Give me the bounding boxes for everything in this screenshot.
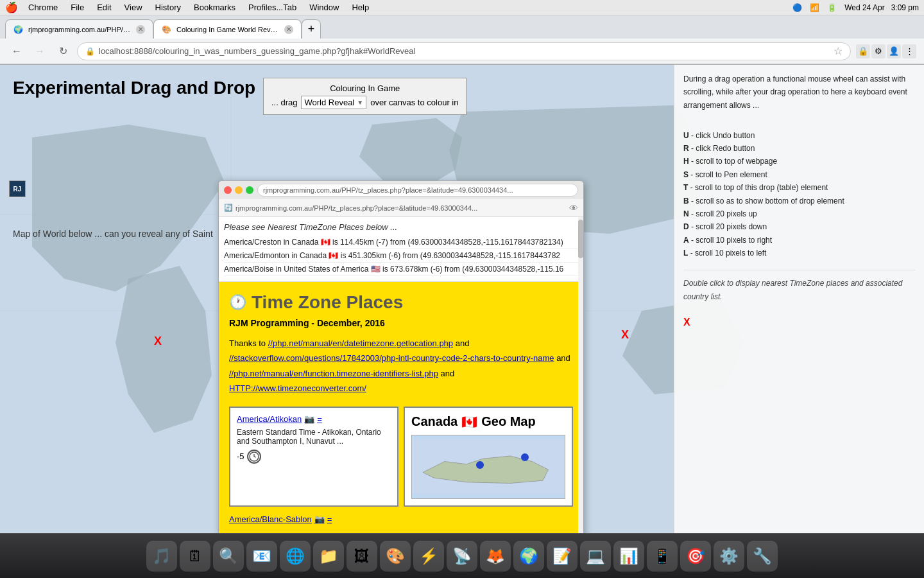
- reload-button[interactable]: ↻: [54, 42, 72, 60]
- tz-link-3[interactable]: //php.net/manual/en/function.timezone-id…: [229, 369, 438, 378]
- dock-settings[interactable]: ⚙️: [714, 541, 744, 572]
- atikokan-anchor[interactable]: America/Atikokan: [237, 414, 302, 424]
- atikokan-camera-icon: 📷: [304, 414, 314, 424]
- geo-map-country: Canada: [411, 414, 458, 429]
- blanc-sablon-camera-icon: 📷: [314, 514, 325, 524]
- forward-button[interactable]: →: [31, 42, 49, 60]
- back-button[interactable]: ←: [8, 42, 26, 60]
- popup-body[interactable]: Please see Nearest TimeZone Places below…: [219, 217, 583, 538]
- tab-label-0: rjmprogramming.com.au/PHP/tz...: [28, 26, 131, 33]
- menu-view[interactable]: View: [119, 1, 148, 13]
- geo-dot-2: [521, 453, 529, 461]
- tz-panel: 🕐 Time Zone Places RJM Programming - Dec…: [219, 282, 583, 538]
- tz-item-0-text: America/Creston in Canada 🇨🇦 is 114.45km…: [224, 238, 563, 247]
- tab-label-1: Colouring In Game World Reveal: [176, 26, 279, 33]
- tz-thanks-line2: //stackoverflow.com/questions/17842003/p…: [229, 351, 573, 365]
- menu-bookmarks[interactable]: Bookmarks: [189, 1, 241, 13]
- ext-icon-settings[interactable]: ⋮: [902, 44, 916, 58]
- key-n: N - scroll 20 pixels up: [683, 207, 915, 220]
- atikokan-link[interactable]: America/Atikokan 📷 =: [237, 414, 391, 424]
- tz-link-2[interactable]: //stackoverflow.com/questions/17842003/p…: [229, 353, 554, 363]
- tz-link-4[interactable]: HTTP://www.timezoneconverter.com/: [229, 383, 366, 393]
- tz-panel-title: Time: [252, 292, 293, 313]
- key-d-label: D: [683, 222, 689, 231]
- key-d: D - scroll 20 pixels down: [683, 220, 915, 233]
- geo-map-svg: [412, 435, 565, 498]
- key-h-desc: scroll to top of webpage: [696, 157, 777, 166]
- sidebar-keys-list: U - click Undo button R - click Redo but…: [683, 129, 915, 260]
- tabs-row: 🌍 rjmprogramming.com.au/PHP/tz... ✕ 🎨 Co…: [0, 15, 924, 39]
- geo-map-title: Canada 🇨🇦 Geo Map: [411, 414, 565, 430]
- ext-icon-2[interactable]: ⚙: [871, 44, 886, 58]
- key-r-desc: click Redo button: [696, 144, 755, 153]
- dock-target[interactable]: 🎯: [680, 541, 711, 572]
- dock-lightning[interactable]: ⚡: [413, 541, 444, 572]
- dock-finder[interactable]: 📁: [313, 541, 344, 572]
- tz-thanks-line1: Thanks to //php.net/manual/en/datetimezo…: [229, 336, 573, 351]
- tab-0[interactable]: 🌍 rjmprogramming.com.au/PHP/tz... ✕: [5, 19, 153, 39]
- popup-scrollbar-thumb[interactable]: [578, 220, 583, 258]
- url-input[interactable]: [99, 46, 830, 56]
- dock-mobile[interactable]: 📱: [647, 541, 678, 572]
- datetime-display: Wed 24 Apr 3:09 pm: [844, 3, 919, 12]
- dock-tools[interactable]: 🔧: [747, 541, 778, 572]
- tab-close-0[interactable]: ✕: [136, 25, 145, 34]
- dock-globe[interactable]: 🌍: [513, 541, 544, 572]
- dock-network[interactable]: 📡: [447, 541, 477, 572]
- ext-icon-1[interactable]: 🔒: [856, 44, 870, 58]
- tz-list-header: Please see Nearest TimeZone Places below…: [224, 222, 578, 232]
- tab-favicon-0: 🌍: [13, 25, 23, 34]
- world-reveal-select[interactable]: World Reveal ▼: [301, 96, 366, 109]
- popup-max-btn[interactable]: [246, 186, 253, 194]
- dock-draw[interactable]: 🎨: [380, 541, 411, 572]
- tz-thanks-line4: HTTP://www.timezoneconverter.com/: [229, 381, 573, 396]
- dock-safari[interactable]: 🌐: [280, 541, 311, 572]
- dock-terminal[interactable]: 💻: [580, 541, 611, 572]
- blanc-sablon-link[interactable]: America/Blanc-Sablon 📷 =: [229, 514, 573, 524]
- geo-map-canvas: [411, 435, 565, 499]
- blanc-sablon-anchor[interactable]: America/Blanc-Sablon: [229, 514, 312, 524]
- popup-min-btn[interactable]: [235, 186, 243, 194]
- popup-traffic-lights: [224, 186, 253, 194]
- apple-menu-icon[interactable]: 🍎: [5, 1, 18, 13]
- dock-notes[interactable]: 📝: [547, 541, 578, 572]
- menu-file[interactable]: File: [65, 1, 89, 13]
- bookmark-star-icon[interactable]: ☆: [834, 45, 843, 57]
- drag-text: ... drag: [271, 98, 297, 107]
- tz-link-1[interactable]: //php.net/manual/en/datetimezone.getloca…: [268, 338, 453, 348]
- key-r: R - click Redo button: [683, 142, 915, 155]
- dock-music[interactable]: 🎵: [146, 541, 177, 572]
- popup-close-btn[interactable]: [224, 186, 232, 194]
- ext-icon-3[interactable]: 👤: [887, 44, 901, 58]
- map-marker-x2: X: [621, 328, 629, 342]
- address-bar: 🔒 ☆: [77, 42, 851, 60]
- menu-help[interactable]: Help: [346, 1, 374, 13]
- dock-spotlight[interactable]: 🔍: [213, 541, 244, 572]
- dock-calendar[interactable]: 🗓: [180, 541, 210, 572]
- tz-item-0: America/Creston in Canada 🇨🇦 is 114.45km…: [224, 236, 578, 249]
- menu-window[interactable]: Window: [304, 1, 344, 13]
- atikokan-desc: Eastern Standard Time - Atikokan, Ontari…: [237, 428, 391, 446]
- menu-edit[interactable]: Edit: [92, 1, 116, 13]
- dock-mail[interactable]: 📧: [246, 541, 277, 572]
- tz-item-1-text: America/Edmonton in Canada 🇨🇦 is 451.305…: [224, 251, 560, 260]
- dock-sheets[interactable]: 📊: [613, 541, 644, 572]
- key-s-label: S: [683, 170, 689, 179]
- menu-profiles[interactable]: Profiles...Tab: [243, 1, 302, 13]
- bluetooth-icon: 🔵: [792, 3, 802, 12]
- select-value: World Reveal: [304, 98, 354, 107]
- dock-firefox[interactable]: 🦊: [480, 541, 511, 572]
- tz-thanks-line3: //php.net/manual/en/function.timezone-id…: [229, 366, 573, 381]
- menu-history[interactable]: History: [150, 1, 186, 13]
- rjm-favicon: RJ: [9, 180, 26, 197]
- tz-list: Please see Nearest TimeZone Places below…: [219, 217, 583, 282]
- popup-scrollbar[interactable]: [578, 217, 583, 538]
- tab-close-1[interactable]: ✕: [284, 25, 293, 34]
- menu-chrome[interactable]: Chrome: [23, 1, 63, 13]
- canada-flag-icon: 🇨🇦: [461, 414, 477, 430]
- key-a-label: A: [683, 236, 689, 245]
- tab-1[interactable]: 🎨 Colouring In Game World Reveal ✕: [153, 19, 302, 39]
- tab-new[interactable]: +: [302, 19, 321, 39]
- right-sidebar: During a drag operation a functional mou…: [674, 65, 924, 557]
- dock-photos[interactable]: 🖼: [346, 541, 377, 572]
